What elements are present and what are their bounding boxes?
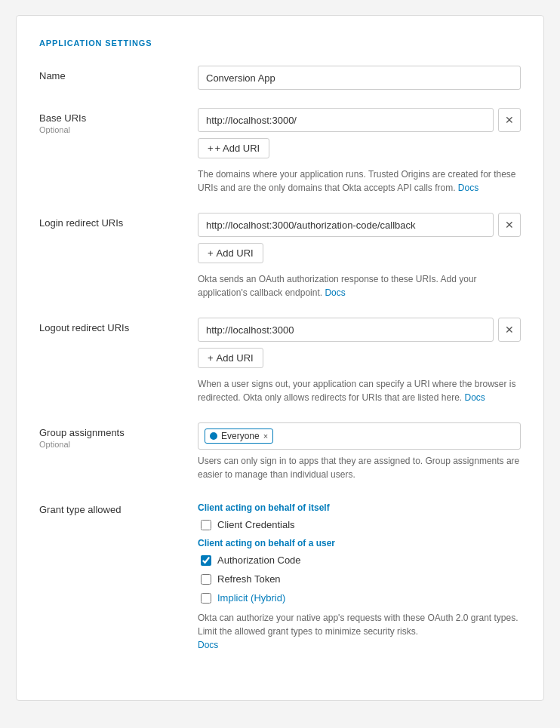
plus-icon-3: + <box>208 352 214 364</box>
authorization-code-label[interactable]: Authorization Code <box>217 554 301 566</box>
logout-redirect-add-button[interactable]: + Add URI <box>198 348 263 368</box>
grant-type-help: Okta can authorize your native app's req… <box>198 611 521 652</box>
base-uris-label: Base URIs Optional <box>39 108 198 134</box>
plus-icon-2: + <box>208 247 214 259</box>
login-redirect-field-content: ✕ + Add URI Okta sends an OAuth authoriz… <box>198 213 521 299</box>
implicit-hybrid-row: Implicit (Hybrid) <box>201 592 521 604</box>
login-redirect-docs-link[interactable]: Docs <box>325 287 345 298</box>
grant-type-label: Grant type allowed <box>39 499 198 515</box>
base-uri-input[interactable] <box>198 108 494 132</box>
group-assignments-help: Users can only sign in to apps that they… <box>198 454 521 481</box>
login-redirect-clear-button[interactable]: ✕ <box>498 213 521 237</box>
logout-redirect-input-row: ✕ <box>198 318 521 342</box>
group-assignments-label: Group assignments Optional <box>39 422 198 449</box>
login-redirect-input-row: ✕ <box>198 213 521 237</box>
base-uri-input-row: ✕ <box>198 108 521 132</box>
application-settings-card: APPLICATION SETTINGS Name Base URIs Opti… <box>16 15 544 701</box>
login-redirect-input[interactable] <box>198 213 494 237</box>
base-uris-docs-link[interactable]: Docs <box>458 183 478 193</box>
client-credentials-row: Client Credentials <box>201 519 521 530</box>
group-assignments-field-content: Everyone × Users can only sign in to app… <box>198 422 521 481</box>
logout-redirect-field-content: ✕ + Add URI When a user signs out, your … <box>198 318 521 404</box>
base-uris-help: The domains where your application runs.… <box>198 167 521 195</box>
grant-type-docs-link[interactable]: Docs <box>198 640 218 650</box>
base-uris-field-content: ✕ + + Add URI The domains where your app… <box>198 108 521 195</box>
section-title: APPLICATION SETTINGS <box>39 38 521 48</box>
grant-type-field-content: Client acting on behalf of itself Client… <box>198 499 521 652</box>
authorization-code-checkbox[interactable] <box>201 555 211 566</box>
logout-redirect-label: Logout redirect URIs <box>39 318 198 333</box>
logout-redirect-docs-link[interactable]: Docs <box>465 392 485 403</box>
everyone-tag: Everyone × <box>205 429 273 444</box>
client-credentials-label[interactable]: Client Credentials <box>217 519 295 530</box>
implicit-hybrid-checkbox[interactable] <box>201 593 211 604</box>
grant-type-field-row: Grant type allowed Client acting on beha… <box>39 499 521 652</box>
logout-redirect-help: When a user signs out, your application … <box>198 377 521 404</box>
logout-redirect-input[interactable] <box>198 318 494 342</box>
radio-dot-icon <box>210 432 217 440</box>
group-assignments-field-row: Group assignments Optional Everyone × Us… <box>39 422 521 481</box>
logout-redirect-clear-button[interactable]: ✕ <box>498 318 521 342</box>
refresh-token-checkbox[interactable] <box>201 574 211 585</box>
logout-redirect-field-row: Logout redirect URIs ✕ + Add URI When a … <box>39 318 521 404</box>
name-label: Name <box>39 66 198 81</box>
base-uris-field-row: Base URIs Optional ✕ + + Add URI The dom… <box>39 108 521 195</box>
authorization-code-row: Authorization Code <box>201 554 521 566</box>
refresh-token-label[interactable]: Refresh Token <box>217 573 281 585</box>
login-redirect-label: Login redirect URIs <box>39 213 198 229</box>
login-redirect-add-button[interactable]: + Add URI <box>198 243 263 263</box>
client-credentials-checkbox[interactable] <box>201 520 211 530</box>
login-redirect-help: Okta sends an OAuth authorization respon… <box>198 272 521 299</box>
client-acting-user-label: Client acting on behalf of a user <box>198 538 521 548</box>
everyone-tag-close-icon[interactable]: × <box>263 432 268 441</box>
name-field-content <box>198 66 521 90</box>
name-input[interactable] <box>198 66 521 90</box>
implicit-hybrid-label[interactable]: Implicit (Hybrid) <box>217 592 285 604</box>
name-field-row: Name <box>39 66 521 90</box>
base-uri-add-button[interactable]: + + Add URI <box>198 138 269 158</box>
base-uri-clear-button[interactable]: ✕ <box>498 108 521 132</box>
everyone-tag-label: Everyone <box>221 431 260 441</box>
group-assignments-tag-input[interactable]: Everyone × <box>198 422 521 450</box>
refresh-token-row: Refresh Token <box>201 573 521 585</box>
client-acting-itself-label: Client acting on behalf of itself <box>198 502 521 513</box>
plus-icon: + <box>208 143 214 154</box>
login-redirect-field-row: Login redirect URIs ✕ + Add URI Okta sen… <box>39 213 521 299</box>
